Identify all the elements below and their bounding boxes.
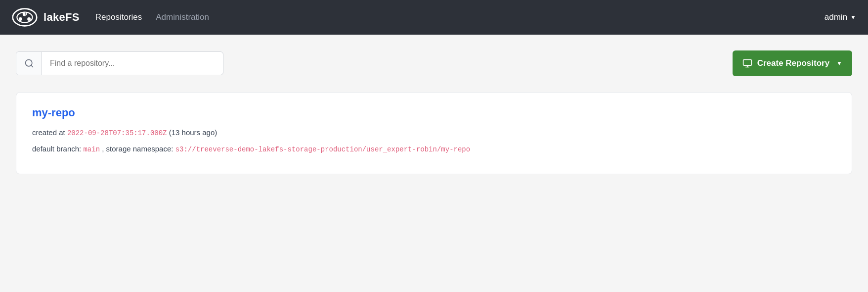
search-container: [16, 51, 223, 75]
svg-point-0: [13, 9, 37, 26]
repo-created-meta: created at 2022-09-28T07:35:17.000Z (13 …: [32, 127, 836, 139]
repo-timestamp: 2022-09-28T07:35:17.000Z: [67, 129, 167, 137]
repo-branch-meta: default branch: main , storage namespace…: [32, 144, 836, 155]
svg-rect-7: [743, 60, 751, 66]
create-repository-label: Create Repository: [757, 58, 829, 68]
svg-point-4: [27, 17, 31, 21]
toolbar: Create Repository ▼: [16, 50, 852, 76]
repo-branch-name: main: [83, 146, 100, 153]
navbar: lakeFS Repositories Administration admin…: [0, 0, 868, 35]
main-content: Create Repository ▼ my-repo created at 2…: [0, 35, 868, 292]
brand[interactable]: lakeFS: [12, 4, 80, 30]
repository-list: my-repo created at 2022-09-28T07:35:17.0…: [16, 92, 852, 174]
nav-administration[interactable]: Administration: [156, 12, 209, 22]
brand-name: lakeFS: [43, 11, 80, 24]
user-dropdown-arrow-icon: ▼: [850, 14, 856, 21]
repo-card: my-repo created at 2022-09-28T07:35:17.0…: [16, 92, 852, 174]
svg-point-2: [23, 12, 27, 16]
user-menu[interactable]: admin ▼: [825, 12, 856, 22]
nav-repositories[interactable]: Repositories: [95, 12, 142, 22]
brand-logo-icon: [12, 4, 38, 30]
repo-storage-url: s3://treeverse-demo-lakefs-storage-produ…: [175, 146, 471, 153]
created-at-label: created at: [32, 128, 65, 137]
svg-line-6: [31, 65, 33, 67]
default-branch-label: default branch:: [32, 145, 81, 153]
storage-label: , storage namespace:: [102, 145, 173, 153]
search-input[interactable]: [42, 59, 223, 68]
repo-relative-time: (13 hours ago): [169, 128, 217, 137]
navbar-left: lakeFS Repositories Administration: [12, 4, 209, 30]
create-repository-button[interactable]: Create Repository ▼: [733, 50, 852, 76]
search-icon: [24, 58, 34, 68]
repo-name[interactable]: my-repo: [32, 106, 836, 119]
create-repo-icon: [742, 58, 752, 68]
create-repository-dropdown-icon: ▼: [836, 60, 842, 67]
nav-links: Repositories Administration: [95, 12, 209, 22]
navbar-right: admin ▼: [825, 12, 856, 22]
user-label: admin: [825, 12, 847, 22]
svg-point-3: [19, 17, 22, 21]
search-icon-wrapper: [16, 52, 42, 75]
